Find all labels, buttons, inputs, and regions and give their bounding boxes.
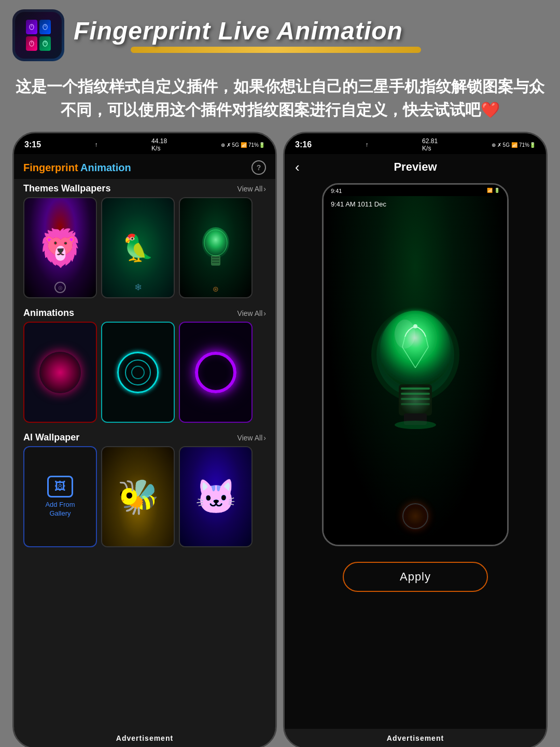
birds-thumbnail[interactable]: 🦜 ❄ — [101, 197, 175, 298]
left-status-icons: 44.18K/s — [151, 137, 167, 152]
concentric-icon — [117, 352, 159, 393]
bulb-svg-small — [198, 223, 234, 272]
ai-view-all-text: View All — [237, 434, 263, 442]
ai-chevron-icon: › — [263, 434, 266, 442]
apply-button[interactable]: Apply — [343, 562, 488, 592]
title-blue: Animation — [80, 162, 131, 173]
right-phone-content: ‹ Preview 9:41 📶 🔋 9:41 AM 1011 Dec — [285, 154, 546, 747]
svg-rect-7 — [212, 259, 219, 260]
animations-section-header: Animations View All › — [14, 303, 275, 322]
ai-wallpaper-title: AI Wallpaper — [23, 432, 79, 443]
svg-rect-8 — [212, 262, 219, 263]
birds-emoji: 🦜 — [122, 233, 154, 263]
left-status-bar: 3:15 ↑ 44.18K/s ⊕✗5G📶71%🔋 — [14, 133, 275, 154]
bulb-fp-indicator: ⊛ — [213, 285, 219, 293]
add-gallery-content: 🖼 Add FromGallery — [45, 476, 75, 518]
svg-point-4 — [202, 227, 229, 258]
add-gallery-thumb[interactable]: 🖼 Add FromGallery — [23, 446, 97, 547]
ring-animation-thumb[interactable] — [179, 322, 253, 423]
ai-thumbnails: 🖼 Add FromGallery 🐝 🐱 — [14, 446, 275, 552]
inner-time-display: 9:41 AM 1011 Dec — [331, 200, 386, 208]
bee-emoji: 🐝 — [117, 477, 159, 517]
animations-title: Animations — [23, 308, 74, 319]
neon-bulb-svg — [363, 300, 467, 451]
left-phone: 3:15 ↑ 44.18K/s ⊕✗5G📶71%🔋 Fingerprint An… — [12, 132, 277, 747]
themes-section-header: Themes Wallpapers View All › — [14, 179, 275, 197]
animations-view-all[interactable]: View All › — [237, 309, 266, 317]
inner-status-bar: 9:41 📶 🔋 — [324, 185, 507, 196]
right-upload-icon: ↑ — [366, 141, 369, 148]
right-advertisement: Advertisement — [285, 729, 546, 747]
app-header: Fingerprint Live Animation — [0, 0, 560, 66]
inner-icons: 📶 🔋 — [487, 188, 500, 194]
svg-rect-22 — [401, 398, 430, 400]
svg-point-18 — [413, 324, 417, 328]
lion-thumbnail[interactable]: 🦁 ◎ — [23, 197, 97, 298]
inner-time: 9:41 — [331, 188, 342, 194]
lion-fp-indicator: ◎ — [54, 282, 66, 293]
themes-title: Themes Wallpapers — [23, 183, 110, 194]
right-status-icons: 62.81K/s — [422, 137, 438, 152]
bulb-thumbnail[interactable]: ⊛ — [179, 197, 253, 298]
svg-rect-23 — [401, 403, 430, 405]
anim-chevron-icon: › — [263, 309, 266, 317]
fingerprint-app-header: Fingerprint Animation ? — [14, 154, 275, 179]
gallery-icon: 🖼 — [47, 476, 73, 497]
right-status-bar: 3:16 ↑ 62.81K/s ⊕✗5G📶71%🔋 — [285, 133, 546, 154]
title-underline — [131, 47, 421, 53]
help-button[interactable]: ? — [251, 160, 266, 175]
right-phone: 3:16 ↑ 62.81K/s ⊕✗5G📶71%🔋 ‹ Preview 9:41… — [283, 132, 548, 747]
left-status-time: 3:15 — [24, 140, 41, 149]
themes-thumbnails: 🦁 ◎ 🦜 ❄ — [14, 197, 275, 303]
inner-bulb-container — [331, 210, 500, 541]
svg-rect-6 — [212, 257, 219, 258]
spiral-animation-thumb[interactable] — [23, 322, 97, 423]
right-signal-icons: ⊕✗5G📶71%🔋 — [492, 142, 536, 148]
fingerprint-app-title: Fingerprint Animation — [23, 162, 131, 174]
left-signal-icons: ⊕✗5G📶71%🔋 — [221, 142, 265, 148]
birds-fp-indicator: ❄ — [134, 282, 142, 293]
preview-header: ‹ Preview — [285, 154, 546, 178]
themes-view-all[interactable]: View All › — [237, 185, 266, 193]
left-advertisement: Advertisement — [14, 729, 275, 747]
description-text: 这是一个指纹样式自定义插件，如果你想让自己的三星手机指纹解锁图案与众不同，可以使… — [0, 66, 560, 132]
app-icon — [12, 9, 64, 61]
cat-emoji: 🐱 — [195, 477, 237, 517]
title-fingerprint: Fingerprint — [74, 17, 211, 45]
phones-container: 3:15 ↑ 44.18K/s ⊕✗5G📶71%🔋 Fingerprint An… — [0, 132, 560, 747]
right-status-time: 3:16 — [295, 140, 312, 149]
inner-phone-content: 9:41 AM 1011 Dec — [324, 196, 507, 545]
svg-point-25 — [395, 421, 436, 429]
title-rest: Live Animation — [211, 17, 403, 45]
lion-emoji: 🦁 — [38, 227, 83, 269]
left-upload-icon: ↑ — [95, 141, 98, 148]
title-orange: Fingerprint — [23, 162, 78, 173]
svg-rect-20 — [401, 388, 430, 390]
svg-point-13 — [395, 320, 415, 349]
inner-phone-mockup: 9:41 📶 🔋 9:41 AM 1011 Dec — [322, 183, 509, 546]
glow-ring-icon — [195, 352, 236, 393]
ai-view-all[interactable]: View All › — [237, 434, 266, 442]
app-title: Fingerprint Live Animation — [74, 18, 548, 45]
anim-view-all-text: View All — [237, 309, 263, 317]
svg-point-12 — [380, 311, 451, 389]
animations-thumbnails — [14, 322, 275, 428]
ai-wallpaper-section-header: AI Wallpaper View All › — [14, 428, 275, 446]
add-gallery-label: Add FromGallery — [45, 501, 75, 518]
back-button[interactable]: ‹ — [295, 159, 300, 175]
apply-button-label: Apply — [400, 570, 431, 584]
themes-view-all-text: View All — [237, 185, 263, 193]
bee-thumbnail[interactable]: 🐝 — [101, 446, 175, 547]
cat-thumbnail[interactable]: 🐱 — [179, 446, 253, 547]
inner-fp-sensor — [402, 503, 428, 529]
svg-rect-21 — [401, 393, 430, 395]
concentric-animation-thumb[interactable] — [101, 322, 175, 423]
chevron-right-icon: › — [263, 185, 266, 193]
spiral-icon — [39, 352, 81, 393]
preview-title: Preview — [394, 160, 437, 174]
